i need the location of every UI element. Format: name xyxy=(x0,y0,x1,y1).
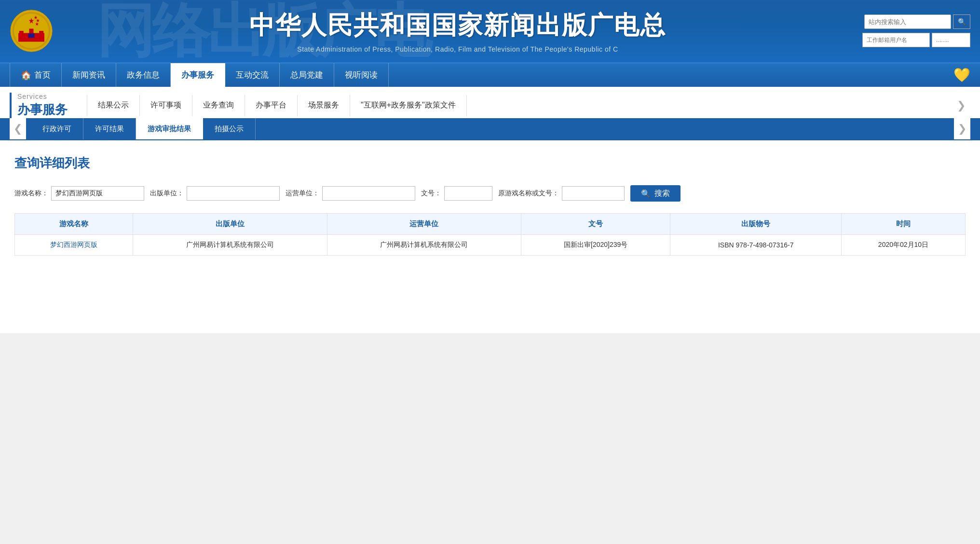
sub-nav: ❮ 行政许可 许可结果 游戏审批结果 拍摄公示 ❯ xyxy=(0,118,980,139)
services-nav-right-arrow[interactable]: ❯ xyxy=(952,99,970,112)
results-table: 游戏名称 出版单位 运营单位 文号 出版物号 时间 梦幻西游网页版广州网易计算机… xyxy=(14,213,966,256)
col-header-doc-no: 文号 xyxy=(521,214,670,235)
site-title-zh: 中华人民共和国国家新闻出版广电总 xyxy=(53,9,862,42)
col-header-publisher: 出版单位 xyxy=(133,214,327,235)
services-label-zh: 办事服务 xyxy=(17,101,68,118)
services-label-block: Services 办事服务 xyxy=(10,93,72,118)
nav-item-news[interactable]: 新闻资讯 xyxy=(62,63,116,87)
email-input[interactable] xyxy=(862,33,930,47)
search-submit-button[interactable]: 🔍 搜索 xyxy=(630,185,681,202)
svg-rect-4 xyxy=(19,31,24,34)
col-header-date: 时间 xyxy=(841,214,965,235)
services-nav: 结果公示 许可事项 业务查询 办事平台 场景服务 "互联网+政务服务"政策文件 xyxy=(87,95,952,116)
cell-col-5: 2020年02月10日 xyxy=(841,235,965,256)
doc-no-label: 文号： xyxy=(421,189,441,198)
services-nav-platform[interactable]: 办事平台 xyxy=(245,95,298,116)
header-search-bar: 🔍 xyxy=(864,14,970,29)
search-submit-icon: 🔍 xyxy=(641,189,651,198)
site-search-button[interactable]: 🔍 xyxy=(953,14,970,29)
nav-item-home[interactable]: 🏠 首页 xyxy=(10,63,62,87)
nav-item-media[interactable]: 视听阅读 xyxy=(334,63,389,87)
header-title: 中华人民共和国国家新闻出版广电总 State Administration of… xyxy=(53,9,862,53)
sub-nav-permit-results[interactable]: 许可结果 xyxy=(83,118,136,139)
national-emblem xyxy=(10,9,53,53)
publisher-group: 出版单位： xyxy=(150,186,280,201)
nav-item-services[interactable]: 办事服务 xyxy=(171,63,225,87)
table-row: 梦幻西游网页版广州网易计算机系统有限公司广州网易计算机系统有限公司国新出审[20… xyxy=(15,235,966,256)
cell-col-3: 国新出审[2020]239号 xyxy=(521,235,670,256)
cell-col-4: ISBN 978-7-498-07316-7 xyxy=(670,235,842,256)
game-name-input[interactable] xyxy=(51,186,144,201)
header-left xyxy=(10,9,53,53)
original-game-label: 原游戏名称或文号： xyxy=(498,189,559,198)
page-content-title: 查询详细列表 xyxy=(14,155,966,172)
publisher-label: 出版单位： xyxy=(150,189,184,198)
cell-game-name: 梦幻西游网页版 xyxy=(15,235,133,256)
game-search-form: 游戏名称： 出版单位： 运营单位： 文号： 原游戏名称或文号： 🔍 搜索 xyxy=(14,185,966,202)
doc-no-group: 文号： xyxy=(421,186,492,201)
home-icon: 🏠 xyxy=(21,70,31,81)
header-right: 🔍 xyxy=(862,14,970,47)
svg-rect-7 xyxy=(28,33,35,38)
col-header-operator: 运营单位 xyxy=(327,214,521,235)
cell-col-2: 广州网易计算机系统有限公司 xyxy=(327,235,521,256)
original-game-input[interactable] xyxy=(562,186,625,201)
game-name-group: 游戏名称： xyxy=(14,186,144,201)
services-nav-internet-policy[interactable]: "互联网+政务服务"政策文件 xyxy=(350,95,467,116)
table-header-row: 游戏名称 出版单位 运营单位 文号 出版物号 时间 xyxy=(15,214,966,235)
col-header-game-name: 游戏名称 xyxy=(15,214,133,235)
services-nav-permit[interactable]: 许可事项 xyxy=(140,95,192,116)
page-header: 网络出版广电 中华人民共和国国家新闻出版广电总 State Administra… xyxy=(0,0,980,63)
nav-item-party[interactable]: 总局党建 xyxy=(280,63,334,87)
services-nav-results[interactable]: 结果公示 xyxy=(87,95,140,116)
game-name-link[interactable]: 梦幻西游网页版 xyxy=(50,241,97,248)
cell-col-1: 广州网易计算机系统有限公司 xyxy=(133,235,327,256)
original-game-group: 原游戏名称或文号： xyxy=(498,186,625,201)
search-submit-label: 搜索 xyxy=(654,189,670,199)
services-label-en: Services xyxy=(17,93,47,100)
wechat-icon[interactable]: 💛 xyxy=(953,67,970,83)
services-nav-query[interactable]: 业务查询 xyxy=(192,95,245,116)
services-section: Services 办事服务 结果公示 许可事项 业务查询 办事平台 场景服务 "… xyxy=(0,87,980,140)
publisher-input[interactable] xyxy=(187,186,280,201)
operator-label: 运营单位： xyxy=(286,189,319,198)
main-nav: 🏠 首页 新闻资讯 政务信息 办事服务 互动交流 总局党建 视听阅读 💛 xyxy=(0,63,980,87)
site-title-en: State Administration of Press, Publicati… xyxy=(53,45,862,53)
operator-input[interactable] xyxy=(322,186,415,201)
sub-nav-admin-permit[interactable]: 行政许可 xyxy=(31,118,83,139)
password-input[interactable] xyxy=(932,33,970,47)
services-header: Services 办事服务 结果公示 许可事项 业务查询 办事平台 场景服务 "… xyxy=(0,87,980,118)
svg-rect-6 xyxy=(39,31,43,34)
main-content: 查询详细列表 游戏名称： 出版单位： 运营单位： 文号： 原游戏名称或文号： 🔍… xyxy=(0,140,980,333)
doc-no-input[interactable] xyxy=(444,186,492,201)
operator-group: 运营单位： xyxy=(286,186,415,201)
header-email-bar xyxy=(862,33,970,47)
nav-item-interaction[interactable]: 互动交流 xyxy=(225,63,280,87)
sub-nav-game-approval[interactable]: 游戏审批结果 xyxy=(136,118,203,139)
services-nav-scene[interactable]: 场景服务 xyxy=(298,95,350,116)
sub-nav-left-arrow[interactable]: ❮ xyxy=(10,118,26,139)
col-header-publication-no: 出版物号 xyxy=(670,214,842,235)
sub-nav-filming[interactable]: 拍摄公示 xyxy=(203,118,256,139)
nav-item-government[interactable]: 政务信息 xyxy=(116,63,171,87)
site-search-input[interactable] xyxy=(864,14,951,29)
sub-nav-right-arrow[interactable]: ❯ xyxy=(954,118,970,139)
game-name-label: 游戏名称： xyxy=(14,189,48,198)
